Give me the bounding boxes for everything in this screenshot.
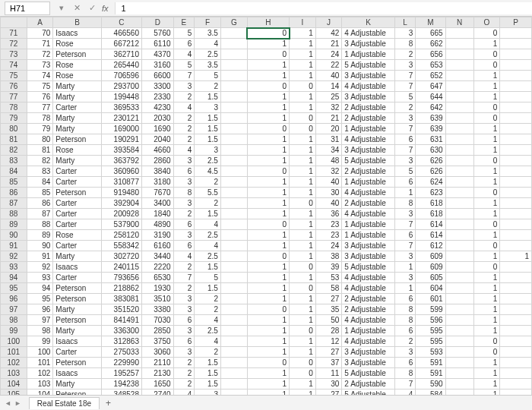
cell[interactable]: 89 bbox=[27, 230, 53, 241]
cell[interactable]: 4.5 bbox=[195, 166, 221, 177]
cell[interactable]: 7 bbox=[394, 145, 416, 156]
cell[interactable]: 4 bbox=[173, 145, 195, 156]
cell[interactable] bbox=[220, 156, 247, 166]
cell[interactable]: 2 bbox=[195, 304, 221, 315]
cell[interactable]: 1 bbox=[290, 251, 316, 262]
cell[interactable]: 81 bbox=[27, 145, 53, 156]
cell[interactable] bbox=[500, 273, 532, 283]
cell[interactable]: 1 bbox=[473, 294, 500, 304]
col-header-I[interactable]: I bbox=[290, 17, 316, 28]
cell[interactable]: 30 bbox=[315, 188, 342, 198]
cell[interactable]: 5 bbox=[195, 71, 221, 81]
cell[interactable]: 1 bbox=[473, 368, 500, 379]
cell[interactable]: 1 bbox=[247, 273, 289, 283]
spreadsheet-grid[interactable]: ABCDEFGHIJKLMNOP7170Isaacs466560576053.5… bbox=[0, 17, 532, 395]
cell[interactable] bbox=[220, 39, 247, 49]
cell[interactable]: 644 bbox=[416, 92, 445, 102]
cell[interactable]: 1 bbox=[247, 326, 289, 336]
cell[interactable]: 3 bbox=[394, 60, 416, 71]
cell[interactable]: 0 bbox=[247, 81, 289, 92]
cell[interactable]: 94 bbox=[27, 283, 53, 294]
cell[interactable]: 6530 bbox=[141, 273, 173, 283]
cell[interactable]: 4 bbox=[173, 390, 195, 396]
cell[interactable]: Marty bbox=[53, 156, 102, 166]
cell[interactable]: Carter bbox=[53, 177, 102, 188]
cell[interactable]: 1 bbox=[473, 358, 500, 368]
cell[interactable] bbox=[220, 71, 247, 81]
cell[interactable]: 53 bbox=[315, 273, 342, 283]
cell[interactable] bbox=[445, 368, 473, 379]
cell[interactable]: Marty bbox=[53, 124, 102, 134]
cell[interactable]: 4 bbox=[173, 251, 195, 262]
cell[interactable]: 1 bbox=[290, 336, 316, 347]
cell[interactable] bbox=[220, 230, 247, 241]
cell[interactable]: 3 bbox=[173, 230, 195, 241]
cell[interactable]: 3750 bbox=[141, 336, 173, 347]
cell[interactable]: 2.5 bbox=[195, 251, 221, 262]
cell[interactable]: 31 bbox=[315, 134, 342, 145]
cell[interactable]: 0 bbox=[247, 28, 289, 39]
cell[interactable] bbox=[220, 134, 247, 145]
cell[interactable]: Marty bbox=[53, 379, 102, 390]
cell[interactable]: 369533 bbox=[101, 102, 141, 113]
cell[interactable]: 1690 bbox=[141, 124, 173, 134]
cell[interactable] bbox=[445, 251, 473, 262]
cell[interactable]: 1 bbox=[473, 92, 500, 102]
cell[interactable]: 24 bbox=[315, 241, 342, 251]
cell[interactable]: 275033 bbox=[101, 347, 141, 358]
cell[interactable]: 23 bbox=[315, 230, 342, 241]
cell[interactable]: 1.5 bbox=[195, 262, 221, 273]
cell[interactable]: 3190 bbox=[141, 230, 173, 241]
cell[interactable]: 50 bbox=[315, 315, 342, 326]
cell[interactable]: 1 Adjustable bbox=[342, 177, 394, 188]
cell[interactable]: 0 bbox=[290, 81, 316, 92]
cell[interactable]: 618 bbox=[416, 198, 445, 209]
cell[interactable]: 6 bbox=[394, 134, 416, 145]
cell[interactable]: 0 bbox=[290, 124, 316, 134]
cell[interactable] bbox=[500, 134, 532, 145]
cell[interactable] bbox=[220, 124, 247, 134]
cell[interactable]: Isaacs bbox=[53, 262, 102, 273]
cell[interactable] bbox=[500, 145, 532, 156]
cell[interactable] bbox=[445, 390, 473, 396]
cell[interactable] bbox=[220, 81, 247, 92]
cell[interactable]: Peterson bbox=[53, 390, 102, 396]
cell[interactable] bbox=[445, 92, 473, 102]
cell[interactable]: 4 Adjustable bbox=[342, 283, 394, 294]
cell[interactable]: 1 bbox=[473, 209, 500, 219]
cell[interactable]: 1 bbox=[290, 219, 316, 230]
cell[interactable]: 639 bbox=[416, 124, 445, 134]
cell[interactable]: 1 bbox=[473, 379, 500, 390]
cell[interactable]: 1 Adjustable bbox=[342, 124, 394, 134]
cell[interactable] bbox=[445, 71, 473, 81]
cell[interactable]: 73 bbox=[27, 60, 53, 71]
cell[interactable]: 618 bbox=[416, 209, 445, 219]
cell[interactable]: Marty bbox=[53, 251, 102, 262]
row-header[interactable]: 89 bbox=[1, 219, 27, 230]
cell[interactable]: 1 bbox=[247, 134, 289, 145]
cell[interactable]: 312863 bbox=[101, 336, 141, 347]
cell[interactable]: 8 bbox=[394, 39, 416, 49]
row-header[interactable]: 75 bbox=[1, 71, 27, 81]
cell[interactable] bbox=[500, 304, 532, 315]
cell[interactable]: Carter bbox=[53, 219, 102, 230]
cell[interactable]: 0 bbox=[290, 368, 316, 379]
cell[interactable]: 0 bbox=[247, 49, 289, 60]
cell[interactable]: 1.5 bbox=[195, 209, 221, 219]
cell[interactable] bbox=[500, 92, 532, 102]
cell[interactable] bbox=[500, 49, 532, 60]
cell[interactable]: 591 bbox=[416, 358, 445, 368]
cell[interactable]: 3160 bbox=[141, 60, 173, 71]
cell[interactable]: 919480 bbox=[101, 188, 141, 198]
cell[interactable] bbox=[445, 124, 473, 134]
cell[interactable]: 1 bbox=[394, 283, 416, 294]
cell[interactable] bbox=[445, 198, 473, 209]
cell[interactable] bbox=[500, 188, 532, 198]
cell[interactable]: 6 bbox=[394, 294, 416, 304]
row-header[interactable]: 91 bbox=[1, 241, 27, 251]
cell[interactable]: 3 bbox=[173, 326, 195, 336]
cell[interactable]: Marty bbox=[53, 304, 102, 315]
cell[interactable]: Rose bbox=[53, 60, 102, 71]
cell[interactable] bbox=[500, 198, 532, 209]
cell[interactable]: 3 bbox=[195, 390, 221, 396]
